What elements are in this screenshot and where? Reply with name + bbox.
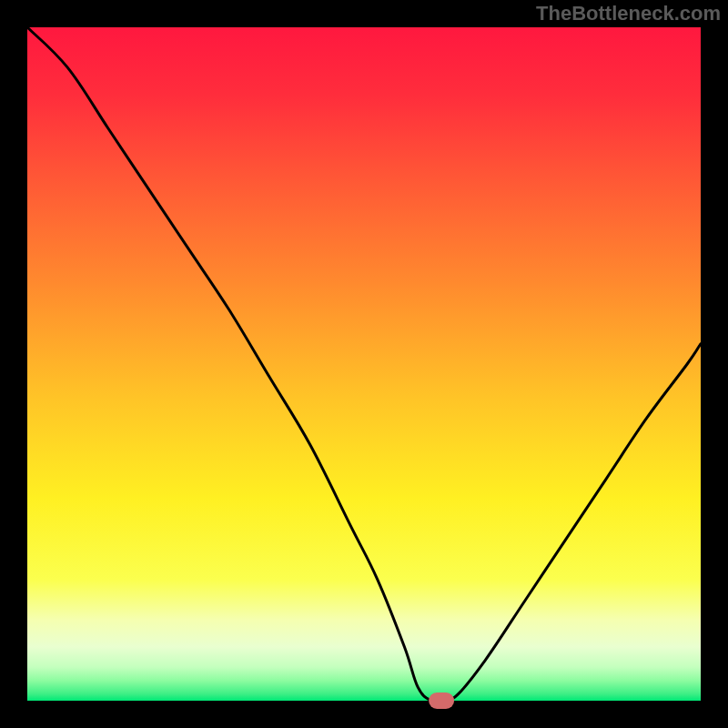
gradient-background	[27, 27, 701, 701]
chart-container: TheBottleneck.com	[0, 0, 728, 728]
watermark-text: TheBottleneck.com	[536, 2, 721, 25]
optimal-marker	[429, 693, 454, 709]
bottleneck-chart	[0, 0, 728, 728]
